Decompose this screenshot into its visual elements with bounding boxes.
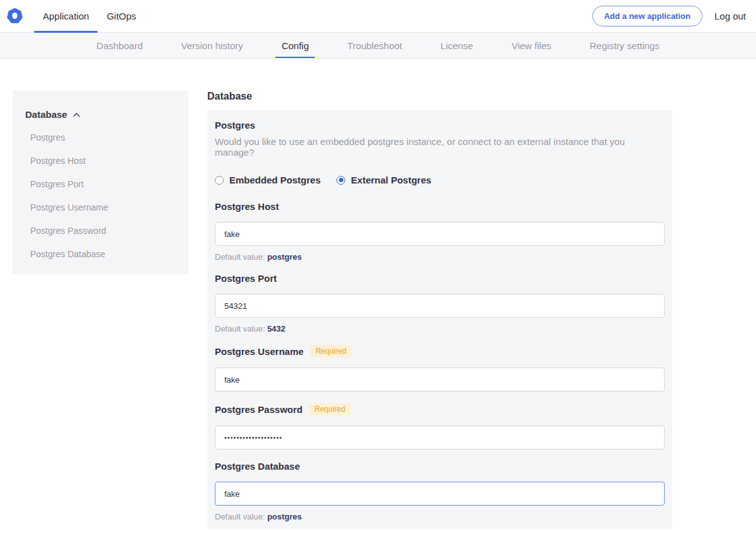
subtab-dashboard[interactable]: Dashboard [90, 33, 149, 58]
required-badge: Required [309, 403, 351, 415]
sidebar-group-label: Database [25, 109, 67, 120]
sidebar-item-postgres-database[interactable]: Postgres Database [25, 249, 178, 259]
field-postgres-port: Postgres Port Default value: 5432 [215, 273, 665, 334]
tab-gitops-label: GitOps [106, 11, 136, 21]
field-postgres-host: Postgres Host Default value: postgres [215, 201, 665, 262]
postgres-host-default-helper: Default value: postgres [215, 252, 665, 262]
default-value: postgres [267, 512, 302, 521]
radio-unselected-icon [215, 176, 224, 185]
tab-gitops[interactable]: GitOps [98, 0, 145, 32]
postgres-database-input[interactable] [215, 482, 665, 506]
radio-embedded-postgres-label: Embedded Postgres [229, 175, 321, 185]
config-main: Database Postgres Would you like to use … [207, 91, 672, 551]
topnav-tabs: Application GitOps [34, 0, 145, 32]
field-postgres-password-label: Postgres Password [215, 404, 302, 415]
radio-external-postgres[interactable]: External Postgres [336, 175, 432, 185]
sidebar-item-postgres-port[interactable]: Postgres Port [25, 179, 178, 189]
postgres-port-input[interactable] [215, 294, 665, 318]
radio-external-postgres-label: External Postgres [351, 175, 432, 185]
subtab-registry-settings[interactable]: Registry settings [583, 33, 666, 58]
field-postgres-database-label: Postgres Database [215, 461, 300, 472]
default-value: 5432 [267, 324, 285, 334]
postgres-username-input[interactable] [215, 368, 665, 392]
postgres-database-default-helper: Default value: postgres [215, 512, 665, 521]
topnav-spacer [145, 0, 592, 32]
postgres-group-description: Would you like to use an embedded postgr… [215, 136, 665, 158]
logout-link[interactable]: Log out [714, 11, 748, 21]
subtab-version-history[interactable]: Version history [175, 33, 249, 58]
sidebar-group-database[interactable]: Database [25, 109, 178, 120]
field-postgres-username-label: Postgres Username [215, 346, 304, 357]
postgres-group-title: Postgres [215, 120, 665, 130]
section-heading: Database [207, 91, 672, 102]
postgres-port-default-helper: Default value: 5432 [215, 324, 665, 334]
config-sidebar: Database Postgres Postgres Host Postgres… [13, 91, 188, 274]
sidebar-item-postgres-username[interactable]: Postgres Username [25, 202, 178, 212]
chevron-up-icon [72, 109, 81, 120]
sidebar-item-postgres[interactable]: Postgres [25, 132, 178, 142]
postgres-mode-radio-group: Embedded Postgres External Postgres [215, 175, 665, 185]
top-nav: Application GitOps Add a new application… [0, 0, 756, 33]
field-postgres-password: Postgres Password Required [215, 403, 665, 450]
postgres-password-input[interactable] [215, 426, 665, 450]
field-postgres-database: Postgres Database Default value: postgre… [215, 461, 665, 521]
radio-selected-icon [336, 176, 345, 185]
postgres-host-input[interactable] [215, 222, 665, 246]
config-page: Database Postgres Postgres Host Postgres… [0, 59, 756, 551]
subtab-license[interactable]: License [434, 33, 479, 58]
app-sub-nav: Dashboard Version history Config Trouble… [0, 33, 756, 59]
radio-embedded-postgres[interactable]: Embedded Postgres [215, 175, 321, 185]
field-postgres-port-label: Postgres Port [215, 273, 277, 284]
tab-application[interactable]: Application [34, 0, 98, 32]
sidebar-item-postgres-password[interactable]: Postgres Password [25, 226, 178, 236]
subtab-config[interactable]: Config [275, 33, 315, 58]
subtab-troubleshoot[interactable]: Troubleshoot [341, 33, 408, 58]
app-logo-icon[interactable] [6, 8, 23, 25]
required-badge: Required [310, 345, 352, 357]
tab-application-label: Application [43, 11, 89, 21]
database-config-panel: Postgres Would you like to use an embedd… [207, 110, 672, 529]
field-postgres-username: Postgres Username Required [215, 345, 665, 392]
sidebar-item-postgres-host[interactable]: Postgres Host [25, 156, 178, 166]
field-postgres-host-label: Postgres Host [215, 201, 279, 212]
subtab-view-files[interactable]: View files [505, 33, 558, 58]
add-application-button[interactable]: Add a new application [592, 6, 702, 26]
default-value: postgres [267, 252, 302, 262]
